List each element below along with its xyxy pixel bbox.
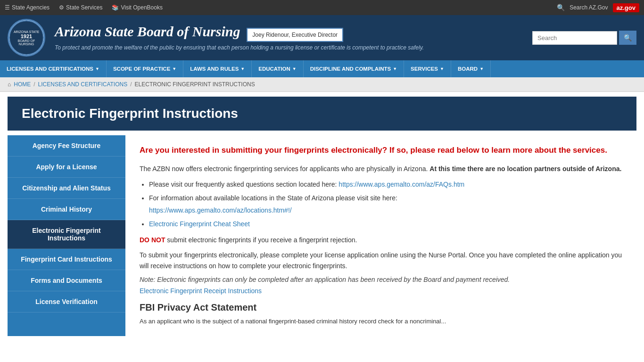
nav-bar: LICENSES AND CERTIFICATIONS ▼ SCOPE OF P… (0, 60, 644, 77)
locations-link[interactable]: https://www.aps.gemalto.com/az/locations… (149, 206, 292, 214)
sidebar-item-apply-license[interactable]: Apply for a License (8, 156, 125, 178)
search-input[interactable] (532, 31, 617, 45)
menu-icon: ☰ (5, 4, 10, 11)
receipt-instructions-link[interactable]: Electronic Fingerprint Receipt Instructi… (140, 287, 262, 295)
intro-text: Are you interested in submitting your fi… (140, 145, 622, 156)
cheat-sheet-link[interactable]: Electronic Fingerprint Cheat Sheet (149, 220, 250, 228)
main-content: Are you interested in submitting your fi… (125, 135, 636, 336)
breadcrumb-home[interactable]: HOME (14, 81, 31, 88)
sidebar-item-forms[interactable]: Forms and Documents (8, 270, 125, 291)
header-title-area: Arizona State Board of Nursing Joey Ride… (55, 24, 523, 51)
state-agencies-link[interactable]: ☰ State Agencies (5, 4, 50, 11)
book-icon: 📚 (112, 4, 119, 11)
azgov-logo[interactable]: az.gov (613, 3, 639, 12)
chevron-down-icon: ▼ (292, 66, 297, 71)
sidebar-item-citizenship[interactable]: Citizenship and Alien Status (8, 178, 125, 199)
italic-note: Note: Electronic fingerprints can only b… (140, 276, 622, 283)
logo-inner: ARIZONA STATE 1921 BOARD OF NURSING (9, 20, 44, 55)
header: ARIZONA STATE 1921 BOARD OF NURSING Ariz… (0, 15, 644, 60)
page-title: Electronic Fingerprint Instructions (22, 106, 622, 121)
nav-board[interactable]: BOARD ▼ (451, 60, 491, 77)
nav-discipline[interactable]: DISCIPLINE AND COMPLAINTS ▼ (304, 60, 404, 77)
para1-bold: At this time there are no location partn… (429, 165, 621, 173)
para1-start: The AZBN now offers electronic fingerpri… (140, 165, 428, 173)
sidebar-item-fingerprint-card[interactable]: Fingerprint Card Instructions (8, 249, 125, 270)
breadcrumb-current: ELECTRONIC FINGERPRINT INSTRUCTIONS (135, 81, 255, 88)
search-azgov-link[interactable]: Search AZ.Gov (570, 4, 608, 11)
sidebar-item-criminal[interactable]: Criminal History (8, 199, 125, 220)
header-title: Arizona State Board of Nursing Joey Ride… (55, 24, 523, 41)
top-bar-right: 🔍 Search AZ.Gov az.gov (557, 3, 639, 12)
do-not-para: DO NOT submit electronic fingerprints if… (140, 235, 622, 245)
top-bar: ☰ State Agencies ⚙ State Services 📚 Visi… (0, 0, 644, 15)
chevron-down-icon: ▼ (440, 66, 444, 71)
bullet1-text: Please visit our frequently asked questi… (149, 181, 339, 188)
chevron-down-icon: ▼ (479, 66, 484, 71)
list-item: Electronic Fingerprint Cheat Sheet (149, 218, 622, 230)
search-icon-top: 🔍 (557, 4, 565, 11)
sidebar: Agency Fee Structure Apply for a License… (8, 135, 125, 336)
do-not-label: DO NOT (140, 236, 165, 244)
do-not-rest: submit electronic fingerprints if you re… (167, 236, 357, 244)
bullet2-text: For information about available location… (149, 194, 397, 202)
state-services-link[interactable]: ⚙ State Services (59, 4, 102, 11)
content-area: Agency Fee Structure Apply for a License… (8, 135, 636, 336)
bullet-list: Please visit our frequently asked questi… (149, 179, 622, 230)
breadcrumb: ⌂ HOME / LICENSES AND CERTIFICATIONS / E… (0, 77, 644, 92)
fbi-section-heading: FBI Privacy Act Statement (140, 302, 622, 313)
sidebar-item-electronic-fingerprint[interactable]: Electronic Fingerprint Instructions (8, 220, 125, 249)
para1: The AZBN now offers electronic fingerpri… (140, 164, 622, 174)
search-button[interactable]: 🔍 (619, 31, 636, 45)
nav-education[interactable]: EDUCATION ▼ (252, 60, 303, 77)
nav-scope[interactable]: SCOPE OF PRACTICE ▼ (107, 60, 183, 77)
fbi-para: As an applicant who is the subject of a … (140, 317, 622, 327)
nav-services[interactable]: SERVICES ▼ (404, 60, 451, 77)
page-title-bar: Electronic Fingerprint Instructions (8, 97, 636, 131)
chevron-down-icon: ▼ (172, 66, 176, 71)
header-subtitle: To protect and promote the welfare of th… (55, 44, 523, 52)
list-item: Please visit our frequently asked questi… (149, 179, 622, 190)
nav-licenses[interactable]: LICENSES AND CERTIFICATIONS ▼ (0, 60, 107, 77)
openbooks-link[interactable]: 📚 Visit OpenBooks (112, 4, 163, 11)
chevron-down-icon: ▼ (240, 66, 245, 71)
chevron-down-icon: ▼ (393, 66, 397, 71)
home-icon: ⌂ (8, 81, 11, 88)
breadcrumb-licenses[interactable]: LICENSES AND CERTIFICATIONS (38, 81, 128, 88)
gear-icon: ⚙ (59, 4, 64, 11)
faqs-link[interactable]: https://www.aps.gemalto.com/az/FAQs.htm (339, 181, 464, 188)
header-search-area: 🔍 (532, 31, 636, 45)
top-bar-left: ☰ State Agencies ⚙ State Services 📚 Visi… (5, 4, 163, 11)
logo: ARIZONA STATE 1921 BOARD OF NURSING (8, 19, 45, 57)
list-item: For information about available location… (149, 192, 622, 216)
sidebar-item-agency-fee[interactable]: Agency Fee Structure (8, 135, 125, 156)
para2: To submit your fingerprints electronical… (140, 250, 622, 271)
sidebar-item-license-verification[interactable]: License Verification (8, 291, 125, 313)
nav-laws[interactable]: LAWS AND RULES ▼ (183, 60, 252, 77)
chevron-down-icon: ▼ (95, 66, 99, 71)
